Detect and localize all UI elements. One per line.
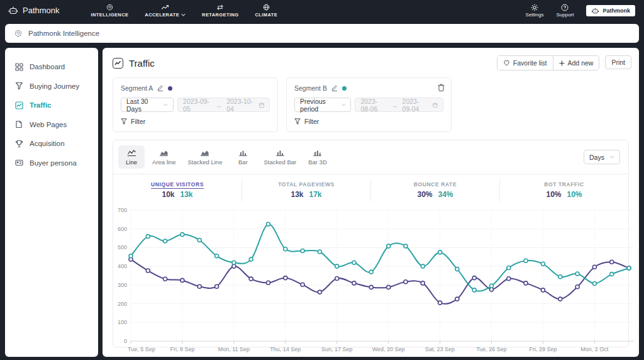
segment-b-range-select[interactable]: Previous period (294, 98, 351, 112)
support-label: Support (556, 12, 574, 18)
stat-label[interactable]: BOT TRAFFIC (500, 181, 628, 188)
sidebar-item-label: Buying Journey (30, 82, 79, 90)
segment-a-filter-button[interactable]: Filter (121, 118, 145, 125)
segment-a-color-dot (168, 86, 172, 91)
segment-b-card: Segment B Previous period 2023-08-06 → 2… (286, 77, 452, 132)
tab-label: Bar (238, 159, 248, 166)
segment-a-range-select[interactable]: Last 30 Days (121, 98, 174, 112)
sidebar-item-traffic[interactable]: Traffic (5, 96, 98, 115)
stat-value-segment-b: 17k (309, 190, 322, 199)
date-to: 2023-09-04 (402, 98, 429, 113)
page-title: Traffic (129, 58, 155, 69)
header-actions: Favorite list Add new Print (497, 55, 631, 70)
settings-button[interactable]: Settings (526, 4, 544, 18)
line-chart-icon (14, 101, 23, 110)
stat-label[interactable]: UNIQUE VISITORS (113, 181, 242, 188)
nav-label: INTELLIGENCE (91, 12, 129, 18)
stat-value-segment-b: 10% (567, 190, 582, 199)
segment-b-filter-button[interactable]: Filter (294, 118, 319, 125)
nav-climate[interactable]: CLIMATE (253, 3, 280, 19)
traffic-line-chart[interactable]: 0100200300400500600700Tue, 5 SepFri, 8 S… (113, 204, 628, 357)
sidebar-item-label: Traffic (30, 101, 52, 109)
favorite-list-button[interactable]: Favorite list (497, 56, 553, 70)
svg-text:300: 300 (118, 282, 127, 288)
bar-3d-icon (313, 149, 322, 157)
tab-label: Bar 3D (308, 159, 327, 166)
tab-label: Line (126, 159, 137, 166)
metric-stats: UNIQUE VISITORS 10k13k TOTAL PAGEVIEWS 1… (113, 180, 628, 201)
tab-bar-3d[interactable]: Bar 3D (304, 145, 331, 169)
svg-text:Thu, 14 Sep: Thu, 14 Sep (270, 346, 301, 352)
stat-value-segment-a: 13k (291, 190, 303, 199)
tab-label: Stacked Bar (264, 159, 296, 166)
print-label: Print (611, 59, 625, 66)
heart-icon (503, 60, 510, 66)
account-button[interactable]: Pathmonk (586, 5, 635, 16)
filter-icon (294, 118, 301, 125)
plus-icon (559, 60, 565, 66)
pencil-icon[interactable] (157, 85, 164, 91)
tab-label: Area line (152, 159, 176, 166)
tab-line[interactable]: Line (118, 145, 145, 169)
tab-stacked-bar[interactable]: Stacked Bar (259, 145, 301, 169)
svg-text:Wed, 20 Sep: Wed, 20 Sep (372, 346, 405, 352)
date-to: 2023-10-04 (226, 98, 255, 113)
intelligence-icon (106, 4, 113, 11)
header-button-group: Favorite list Add new (497, 55, 600, 70)
segment-cards: Segment A Last 30 Days 2023-09-05 → 2023… (113, 77, 631, 132)
account-label: Pathmonk (602, 8, 630, 14)
interval-value: Days (589, 154, 604, 161)
filter-icon (121, 118, 127, 125)
segment-a-date-range[interactable]: 2023-09-05 → 2023-10-04 (177, 98, 270, 112)
filter-label: Filter (131, 118, 145, 125)
bar-chart-icon (238, 149, 248, 157)
svg-text:100: 100 (118, 319, 127, 325)
nav-accelerate[interactable]: ACCELERATE (142, 3, 188, 19)
sidebar-item-dashboard[interactable]: Dashboard (5, 57, 98, 77)
support-button[interactable]: Support (556, 4, 574, 18)
intelligence-icon (14, 30, 22, 37)
tab-bar[interactable]: Bar (230, 145, 256, 169)
line-chart-icon (113, 58, 123, 69)
robot-icon (8, 6, 18, 14)
sidebar-item-label: Buyer persona (30, 159, 77, 167)
brand-logo[interactable]: Pathmonk (8, 6, 60, 15)
nav-label: CLIMATE (255, 12, 278, 18)
print-button[interactable]: Print (605, 55, 631, 69)
sidebar-item-label: Dashboard (30, 63, 65, 70)
stacked-bar-icon (275, 149, 285, 157)
nav-intelligence[interactable]: INTELLIGENCE (89, 3, 131, 19)
stat-label[interactable]: TOTAL PAGEVIEWS (242, 181, 370, 188)
main-nav: INTELLIGENCE ACCELERATE RETARGETING (89, 3, 280, 19)
sidebar-item-web-pages[interactable]: Web Pages (5, 115, 98, 135)
line-chart-icon (127, 149, 136, 157)
tab-area-line[interactable]: Area line (148, 145, 180, 169)
svg-text:200: 200 (118, 301, 127, 307)
stat-bounce-rate: BOUNCE RATE 30%34% (370, 180, 499, 201)
gear-icon (531, 4, 538, 11)
svg-text:Tue, 5 Sep: Tue, 5 Sep (128, 346, 155, 352)
sidebar-item-buyer-persona[interactable]: Buyer persona (5, 154, 98, 173)
svg-text:0: 0 (124, 338, 127, 344)
sidebar-item-acquisition[interactable]: Acquisition (5, 134, 98, 154)
chevron-down-icon (181, 13, 186, 16)
sidebar-item-buying-journey[interactable]: Buying Journey (5, 77, 98, 96)
nav-retargeting[interactable]: RETARGETING (199, 3, 241, 19)
stat-bot-traffic: BOT TRAFFIC 10%10% (499, 180, 628, 201)
accelerate-icon (161, 4, 169, 11)
help-icon (561, 4, 569, 11)
pencil-icon[interactable] (331, 85, 338, 91)
svg-text:500: 500 (118, 244, 127, 250)
stat-label[interactable]: BOUNCE RATE (371, 181, 499, 188)
interval-select[interactable]: Days (584, 150, 620, 164)
trash-icon[interactable] (438, 84, 445, 91)
segment-b-name: Segment B (294, 84, 327, 92)
tab-stacked-line[interactable]: Stacked Line (184, 145, 227, 169)
stat-value-segment-b: 13k (180, 190, 193, 199)
segment-b-date-range[interactable]: 2023-08-06 → 2023-09-04 (355, 98, 443, 112)
sidebar-item-label: Web Pages (30, 121, 67, 128)
add-new-button[interactable]: Add new (553, 56, 599, 70)
area-chart-icon (159, 149, 169, 157)
breadcrumb: Pathmonk Intelligence (28, 30, 99, 37)
svg-text:Mon, 2 Oct: Mon, 2 Oct (580, 346, 609, 352)
